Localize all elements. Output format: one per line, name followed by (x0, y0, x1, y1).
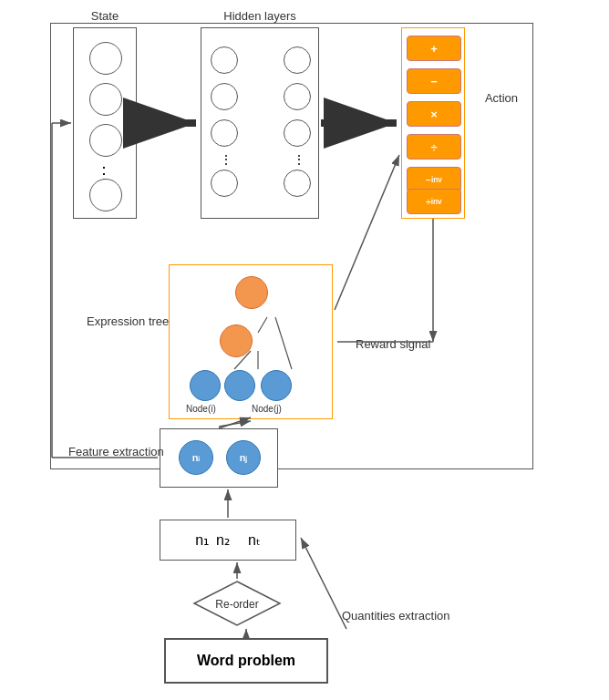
tree-mid-blue (224, 370, 255, 401)
feat-nj-label: nⱼ (240, 452, 248, 464)
hl-l1 (211, 46, 238, 74)
tree-right-blue (261, 370, 292, 401)
feat-ni-label: nᵢ (192, 452, 201, 464)
action-label: Action (474, 91, 529, 105)
state-circle-3 (89, 124, 122, 157)
action-times: × (407, 101, 461, 127)
hl-r4 (284, 170, 311, 197)
expression-tree-box: Node(i) Node(j) (169, 264, 333, 419)
hl-r2 (284, 83, 311, 110)
tree-left (190, 370, 221, 401)
hl-r1 (284, 46, 311, 74)
nodes-box: n₁ n₂ nₜ (160, 520, 296, 561)
feature-extraction-label: Feature extraction (68, 445, 187, 458)
action-box: + − × ÷ −inv ÷inv (401, 27, 465, 219)
feat-nj: nⱼ (226, 440, 261, 475)
hidden-layers-box: ⋮ ⋮ (201, 27, 319, 219)
expression-tree-label: Expression tree (87, 314, 196, 328)
n2-label: n₂ (216, 531, 230, 549)
action-div: ÷ (407, 134, 461, 160)
node-i-label: Node(i) (186, 404, 216, 414)
action-minus: − (407, 68, 461, 94)
reward-signal-label: Reward signal (356, 337, 474, 351)
hl-ldots: ⋮ (220, 152, 233, 167)
node-j-label: Node(j) (252, 404, 282, 414)
tree-root (235, 276, 268, 309)
action-div-inv: ÷inv (407, 189, 461, 214)
svg-line-13 (301, 538, 346, 629)
tree-mid (220, 324, 253, 357)
state-label: State (73, 9, 137, 23)
hl-r3 (284, 119, 311, 147)
state-circle-4 (89, 179, 122, 211)
quantities-extraction-label: Quantities extraction (342, 609, 488, 623)
hl-l4 (211, 170, 238, 197)
word-problem-box: Word problem (164, 638, 328, 684)
hl-l3 (211, 119, 238, 147)
action-plus: + (407, 36, 461, 61)
state-circle-1 (89, 42, 122, 75)
n1-label: n₁ (195, 531, 209, 549)
word-problem-label: Word problem (197, 653, 295, 669)
nt-label: nₜ (248, 531, 261, 549)
hidden-layers-label: Hidden layers (196, 9, 324, 23)
state-box: ⋮ (73, 27, 137, 219)
hl-rdots: ⋮ (293, 152, 306, 167)
hl-l2 (211, 83, 238, 110)
svg-text:Re-order: Re-order (215, 598, 258, 611)
diagram: State ⋮ Hidden layers ⋮ ⋮ Action + − × ÷… (0, 0, 609, 700)
reorder-diamond: Re-order (191, 579, 283, 624)
state-circle-2 (89, 83, 122, 116)
